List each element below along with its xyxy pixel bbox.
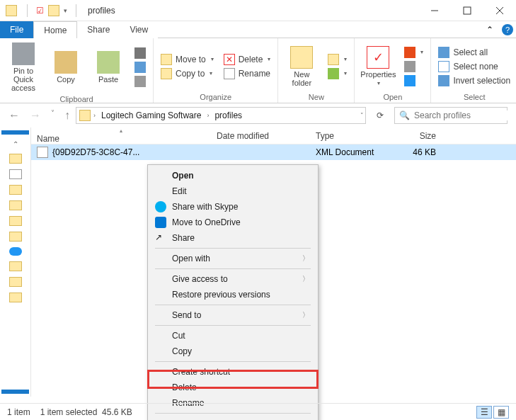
easy-access-button[interactable]: ▾	[325, 67, 350, 80]
copy-button[interactable]: Copy	[47, 50, 85, 85]
paste-label: Paste	[98, 75, 118, 84]
open-dd-button[interactable]: ▾	[401, 46, 426, 59]
ctx-send-to[interactable]: Send to〉	[149, 307, 316, 323]
tab-view[interactable]: View	[120, 21, 158, 38]
qat-properties-icon[interactable]: ☑	[36, 6, 44, 16]
tree-item-icon[interactable]	[9, 277, 22, 287]
col-name-label: Name	[37, 134, 59, 144]
rename-button[interactable]: Rename	[221, 67, 274, 80]
ctx-cut[interactable]: Cut	[149, 328, 316, 344]
pin-quick-access-button[interactable]: Pin to Quick access	[4, 41, 42, 93]
ctx-open-with[interactable]: Open with〉	[149, 251, 316, 266]
select-all-button[interactable]: Select all	[435, 46, 513, 59]
tree-item-icon[interactable]	[9, 232, 22, 242]
copy-to-button[interactable]: Copy to▾	[158, 67, 217, 80]
properties-button[interactable]: Properties▾	[359, 45, 397, 88]
close-button[interactable]	[483, 0, 516, 21]
tree-item-icon[interactable]	[9, 154, 22, 164]
qat-dropdown-icon[interactable]: ▾	[64, 7, 67, 14]
select-group-label: Select	[435, 91, 513, 103]
cut-button[interactable]	[132, 47, 149, 59]
nav-recent-dropdown[interactable]: ˅	[51, 109, 55, 122]
invert-selection-button[interactable]: Invert selection	[435, 74, 513, 87]
file-row[interactable]: {09D92D75-3C8C-47... XML Document 46 KB	[31, 144, 516, 160]
paste-button[interactable]: Paste	[89, 50, 127, 85]
edit-button[interactable]	[401, 60, 426, 73]
nav-up-button[interactable]: ↑	[64, 109, 70, 122]
ctx-share[interactable]: ↗Share	[149, 230, 316, 246]
status-selected: 1 item selected	[40, 407, 98, 417]
paste-shortcut-button[interactable]	[132, 75, 149, 88]
breadcrumb-seg1[interactable]: Logitech Gaming Software	[98, 110, 204, 120]
tree-item-icon[interactable]	[9, 185, 22, 195]
ctx-copy[interactable]: Copy	[149, 344, 316, 359]
ctx-move-onedrive[interactable]: Move to OneDrive	[149, 215, 316, 230]
new-group-label: New	[282, 91, 350, 103]
ctx-giveaccess-label: Give access to	[172, 274, 228, 284]
status-size: 45.6 KB	[102, 407, 132, 417]
onedrive-icon[interactable]	[9, 247, 22, 256]
move-to-button[interactable]: Move to▾	[158, 53, 217, 66]
col-type[interactable]: Type	[310, 131, 392, 141]
tree-item-icon[interactable]	[9, 293, 22, 302]
details-view-button[interactable]: ☰	[476, 406, 492, 419]
submenu-arrow-icon: 〉	[302, 274, 309, 284]
col-size[interactable]: Size	[392, 131, 442, 141]
col-name[interactable]: ▴Name	[31, 127, 211, 144]
history-button[interactable]	[401, 74, 426, 87]
tree-item-icon[interactable]	[9, 216, 22, 226]
search-icon: 🔍	[399, 110, 410, 120]
window-title: profiles	[88, 6, 115, 16]
tree-item-icon[interactable]	[9, 261, 22, 271]
new-folder-button[interactable]: New folder	[282, 45, 321, 89]
context-menu: Open Edit Share with Skype Move to OneDr…	[147, 164, 319, 420]
qat-folder-icon[interactable]	[48, 5, 59, 16]
search-input[interactable]	[414, 110, 516, 120]
select-none-button[interactable]: Select none	[435, 60, 513, 73]
address-dropdown-icon[interactable]: ˅	[360, 112, 364, 119]
skype-icon	[155, 201, 166, 212]
ctx-open[interactable]: Open	[149, 168, 316, 183]
ctx-restore-versions[interactable]: Restore previous versions	[149, 287, 316, 302]
icons-view-button[interactable]: ▦	[493, 406, 509, 419]
new-item-button[interactable]: ▾	[325, 53, 350, 66]
ctx-edit[interactable]: Edit	[149, 183, 316, 199]
breadcrumb-seg2[interactable]: profiles	[212, 110, 245, 120]
rename-label: Rename	[239, 69, 270, 79]
address-folder-icon	[79, 110, 91, 121]
tab-home[interactable]: Home	[33, 21, 77, 38]
ctx-share-skype[interactable]: Share with Skype	[149, 199, 316, 215]
address-bar[interactable]: › Logitech Gaming Software › profiles ˅	[76, 107, 366, 124]
refresh-button[interactable]: ⟳	[372, 110, 389, 120]
status-bar: 1 item 1 item selected 45.6 KB ☰ ▦	[0, 403, 516, 420]
help-button[interactable]: ?	[499, 21, 516, 38]
submenu-arrow-icon: 〉	[302, 310, 309, 320]
copy-path-button[interactable]	[132, 61, 149, 74]
tree-item-icon[interactable]	[9, 169, 22, 179]
file-size: 46 KB	[392, 147, 442, 157]
selinv-label: Invert selection	[453, 76, 510, 86]
ctx-onedrive-label: Move to OneDrive	[172, 217, 241, 227]
tab-share[interactable]: Share	[77, 21, 120, 38]
maximize-button[interactable]	[451, 0, 483, 21]
tab-file[interactable]: File	[0, 21, 33, 38]
nav-back-button[interactable]: ←	[8, 109, 20, 122]
ribbon-collapse-icon[interactable]: ⌃	[486, 21, 499, 38]
navigation-pane[interactable]: ⌃	[0, 127, 31, 397]
ctx-create-shortcut[interactable]: Create shortcut	[149, 364, 316, 380]
search-box[interactable]: 🔍	[394, 107, 508, 124]
ctx-share-label: Share	[172, 233, 195, 243]
column-headers: ▴Name Date modified Type Size	[31, 127, 516, 144]
delete-button[interactable]: Delete▾	[221, 53, 274, 66]
nav-forward-button[interactable]: →	[30, 109, 41, 122]
ctx-skype-label: Share with Skype	[172, 202, 238, 212]
col-date[interactable]: Date modified	[211, 131, 310, 141]
tree-item-icon[interactable]	[9, 200, 22, 210]
tree-handle	[1, 390, 29, 394]
ctx-delete[interactable]: Delete	[149, 380, 316, 395]
ctx-give-access[interactable]: Give access to〉	[149, 271, 316, 287]
copy-label: Copy	[57, 75, 75, 84]
svg-rect-1	[464, 7, 471, 14]
minimize-button[interactable]	[418, 0, 451, 21]
ribbon-tabs: File Home Share View ⌃ ?	[0, 21, 516, 38]
